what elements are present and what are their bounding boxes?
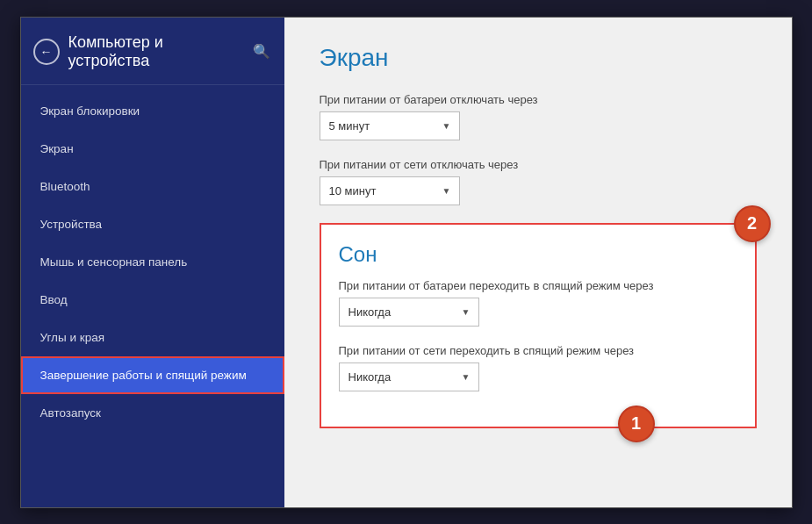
sleep-title: Сон: [339, 242, 734, 267]
battery-sleep-dropdown-wrapper: 1 минута2 минуты5 минут10 минут15 минут2…: [339, 298, 479, 327]
sidebar-item-devices[interactable]: Устройства: [21, 205, 284, 243]
network-off-dropdown-wrapper: 1 минута2 минуты3 минуты5 минут10 минут1…: [320, 176, 460, 205]
badge-2: 2: [734, 205, 771, 242]
sidebar-item-input[interactable]: Ввод: [21, 281, 284, 319]
battery-sleep-label: При питании от батареи переходить в спящ…: [339, 279, 734, 292]
battery-off-section: При питании от батареи отключать через 1…: [320, 93, 757, 140]
sidebar-item-lock-screen[interactable]: Экран блокировки: [21, 92, 284, 130]
sidebar-item-autorun[interactable]: Автозапуск: [21, 394, 284, 432]
sidebar-item-corners[interactable]: Углы и края: [21, 319, 284, 356]
sidebar-item-shutdown[interactable]: Завершение работы и спящий режим: [21, 356, 284, 394]
sleep-section-wrapper: 2 Сон При питании от батареи переходить …: [320, 223, 757, 428]
network-sleep-dropdown-wrapper: 1 минута2 минуты5 минут10 минут15 минут2…: [339, 362, 479, 391]
sidebar-title: Компьютер и устройства: [68, 33, 244, 70]
sidebar-navigation: Экран блокировкиЭкранBluetoothУстройства…: [21, 85, 284, 507]
battery-sleep-section: При питании от батареи переходить в спящ…: [339, 279, 734, 327]
back-button[interactable]: ←: [33, 39, 60, 65]
sidebar-header: ← Компьютер и устройства 🔍: [21, 18, 284, 85]
network-off-dropdown[interactable]: 1 минута2 минуты3 минуты5 минут10 минут1…: [320, 176, 460, 205]
badge-1: 1: [618, 406, 655, 442]
battery-off-dropdown[interactable]: 1 минута2 минуты3 минуты5 минут10 минут1…: [320, 111, 460, 140]
main-content: Экран При питании от батареи отключать ч…: [284, 18, 792, 507]
sidebar-item-screen[interactable]: Экран: [21, 130, 284, 168]
battery-off-label: При питании от батареи отключать через: [320, 93, 757, 106]
sidebar-item-bluetooth[interactable]: Bluetooth: [21, 168, 284, 205]
sidebar-item-mouse[interactable]: Мышь и сенсорная панель: [21, 243, 284, 281]
network-off-label: При питании от сети отключать через: [320, 158, 757, 171]
network-off-section: При питании от сети отключать через 1 ми…: [320, 158, 757, 205]
page-title: Экран: [320, 44, 757, 72]
sidebar: ← Компьютер и устройства 🔍 Экран блокиро…: [21, 18, 284, 507]
network-sleep-dropdown[interactable]: 1 минута2 минуты5 минут10 минут15 минут2…: [339, 362, 479, 391]
battery-sleep-dropdown[interactable]: 1 минута2 минуты5 минут10 минут15 минут2…: [339, 298, 479, 327]
network-sleep-section: При питании от сети переходить в спящий …: [339, 344, 734, 391]
battery-off-dropdown-wrapper: 1 минута2 минуты3 минуты5 минут10 минут1…: [320, 111, 460, 140]
search-icon[interactable]: 🔍: [253, 43, 270, 60]
network-sleep-label: При питании от сети переходить в спящий …: [339, 344, 734, 357]
sleep-section: 2 Сон При питании от батареи переходить …: [320, 223, 757, 428]
